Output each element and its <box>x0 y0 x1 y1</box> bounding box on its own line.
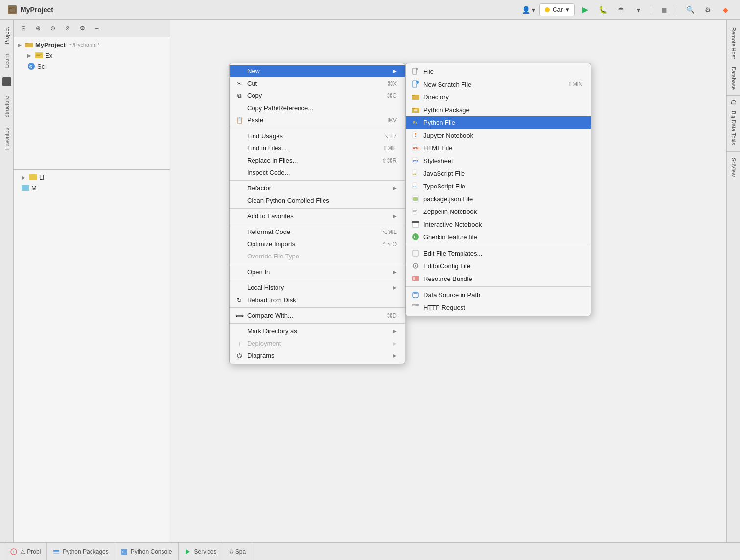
python-package-icon <box>412 106 419 114</box>
menu-item-reformat[interactable]: Reformat Code ⌥⌘L <box>230 226 405 238</box>
status-python-console[interactable]: >_ Python Console <box>115 543 179 560</box>
sub-menu-item-editorconfig[interactable]: EditorConfig File <box>406 259 591 272</box>
sub-menu-item-typescript[interactable]: TS TypeScript File <box>406 180 591 192</box>
panel-btn2[interactable]: ⊕ <box>32 23 44 34</box>
sub-menu-item-zeppelin[interactable]: Zeppelin Notebook <box>406 205 591 218</box>
project-tree: ▶ MyProject ~/PycharmP ▶ Ex ⚙ Sc ▶ Li <box>14 37 170 542</box>
menu-item-mark-dir[interactable]: Mark Directory as ▶ <box>230 325 405 337</box>
menu-item-favorites[interactable]: Add to Favorites ▶ <box>230 210 405 222</box>
sub-menu-item-directory[interactable]: Directory <box>406 91 591 103</box>
panel-btn3[interactable]: ⊜ <box>47 23 59 34</box>
sub-menu-item-stylesheet[interactable]: CSS Stylesheet <box>406 154 591 167</box>
menu-item-refactor[interactable]: Refactor ▶ <box>230 182 405 194</box>
status-python-packages[interactable]: Python Packages <box>47 543 115 560</box>
sub-menu-label-scratch: New Scratch File <box>423 81 471 88</box>
svg-rect-1 <box>9 8 12 9</box>
menu-item-find-files[interactable]: Find in Files... ⇧⌘F <box>230 142 405 154</box>
sub-menu-item-package-json[interactable]: package.json File <box>406 192 591 205</box>
panel-layout-btn[interactable]: ⊟ <box>18 23 29 34</box>
sidebar-item-project[interactable]: Project <box>2 23 12 48</box>
css-icon: CSS <box>412 157 419 164</box>
debug-button[interactable]: 🐛 <box>596 3 610 17</box>
resource-icon <box>412 275 419 282</box>
sub-menu-item-jupyter[interactable]: Jupyter Notebook <box>406 129 591 141</box>
status-spa[interactable]: ✩ Spa <box>223 543 253 560</box>
menu-item-copy-path[interactable]: Copy Path/Reference... <box>230 102 405 114</box>
module-icon-sc: ⚙ <box>27 62 35 70</box>
tree-item-li[interactable]: ▶ Li <box>14 172 170 183</box>
sidebar-item-learn[interactable]: Learn <box>2 50 12 71</box>
panel-btn4[interactable]: ⊗ <box>62 23 73 34</box>
sidebar-item-icon[interactable] <box>2 77 11 86</box>
run-button[interactable]: ▶ <box>578 3 592 17</box>
menu-item-compare[interactable]: ⟺ Compare With... ⌘D <box>230 309 405 322</box>
sub-menu-label-typescript: TypeScript File <box>423 183 465 190</box>
stop-button[interactable]: ◼ <box>657 3 671 17</box>
sub-menu-item-javascript[interactable]: JS JavaScript File <box>406 167 591 180</box>
sub-menu-item-html[interactable]: HTML HTML File <box>406 141 591 154</box>
status-services[interactable]: Services <box>179 543 223 560</box>
menu-item-diagrams[interactable]: ⌬ Diagrams ▶ <box>230 350 405 362</box>
menu-item-reload[interactable]: ↻ Reload from Disk <box>230 294 405 306</box>
settings-button[interactable]: ⚙ <box>701 3 715 17</box>
panel-settings-btn[interactable]: ⚙ <box>76 23 88 34</box>
right-separator2 <box>727 151 740 152</box>
sub-menu-item-python-package[interactable]: Python Package <box>406 103 591 116</box>
menu-item-replace[interactable]: Replace in Files... ⇧⌘R <box>230 154 405 166</box>
find-usages-shortcut: ⌥F7 <box>383 133 397 140</box>
sub-menu-item-interactive[interactable]: Interactive Notebook <box>406 218 591 231</box>
menu-label-compare: Compare With... <box>247 312 293 319</box>
sub-menu-label-python-file: Python File <box>423 119 455 126</box>
sub-menu-item-python-file[interactable]: Py Python File <box>406 116 591 129</box>
run-config-arrow: ▾ <box>566 6 569 13</box>
sidebar-item-favorites[interactable]: Favorites <box>2 124 12 154</box>
menu-label-open-in: Open In <box>247 268 270 276</box>
cut-icon: ✂ <box>235 80 243 87</box>
sub-menu-item-gherkin[interactable]: G Gherkin feature file <box>406 231 591 243</box>
menu-label-refactor: Refactor <box>247 185 271 192</box>
sidebar-item-D[interactable]: D <box>730 100 738 105</box>
run-config-button[interactable]: Car ▾ <box>539 3 575 16</box>
profile-button[interactable]: 👤 ▾ <box>522 3 535 17</box>
panel-close-btn[interactable]: – <box>91 23 103 34</box>
menu-item-find-usages[interactable]: Find Usages ⌥F7 <box>230 130 405 142</box>
tree-item-ex[interactable]: ▶ Ex <box>14 50 170 61</box>
directory-icon <box>412 93 419 101</box>
menu-item-local-history[interactable]: Local History ▶ <box>230 281 405 294</box>
more-run-button[interactable]: ▾ <box>631 3 645 17</box>
menu-item-copy[interactable]: ⧉ Copy ⌘C <box>230 90 405 102</box>
sub-menu-label-package-json: package.json File <box>423 195 473 203</box>
status-python-packages-label: Python Packages <box>63 548 108 555</box>
sub-menu-item-edit-templates[interactable]: Edit File Templates... <box>406 247 591 259</box>
sub-menu-item-file[interactable]: File <box>406 65 591 78</box>
sidebar-item-sciview[interactable]: SciView <box>729 154 739 181</box>
sub-menu-item-scratch[interactable]: i New Scratch File ⇧⌘N <box>406 78 591 91</box>
sub-menu-label-python-package: Python Package <box>423 106 470 114</box>
menu-item-cut[interactable]: ✂ Cut ⌘X <box>230 77 405 90</box>
menu-item-paste[interactable]: 📋 Paste ⌘V <box>230 114 405 126</box>
jetbrains-button[interactable]: ◆ <box>718 3 732 17</box>
tree-item-sc[interactable]: ⚙ Sc <box>14 61 170 71</box>
sub-menu-item-resource[interactable]: Resource Bundle <box>406 272 591 285</box>
coverage-button[interactable]: ☂ <box>614 3 627 17</box>
menu-item-optimize[interactable]: Optimize Imports ^⌥O <box>230 238 405 250</box>
copy-icon: ⧉ <box>235 93 243 99</box>
tree-item-myproject[interactable]: ▶ MyProject ~/PycharmP <box>14 39 170 50</box>
svg-text:!: ! <box>13 550 14 554</box>
status-problems-label: ⚠ Probl <box>20 548 41 555</box>
sidebar-item-database[interactable]: Database <box>729 63 739 93</box>
sidebar-item-remote-host[interactable]: Remote Host <box>729 23 739 63</box>
search-button[interactable]: 🔍 <box>683 3 697 17</box>
menu-item-new[interactable]: New ▶ <box>230 65 405 77</box>
menu-item-clean[interactable]: Clean Python Compiled Files <box>230 194 405 207</box>
sidebar-item-big-data-tools[interactable]: Big Data Tools <box>729 107 739 149</box>
svg-text:>_: >_ <box>122 550 126 554</box>
sub-menu-item-datasource[interactable]: Data Source in Path <box>406 288 591 301</box>
menu-item-inspect[interactable]: Inspect Code... <box>230 166 405 179</box>
sub-menu-item-http[interactable]: API HTTP Request <box>406 301 591 314</box>
tree-item-m[interactable]: M <box>14 183 170 193</box>
menu-item-open-in[interactable]: Open In ▶ <box>230 266 405 278</box>
status-problems[interactable]: ! ⚠ Probl <box>4 543 47 560</box>
main-layout: Project Learn Structure Favorites ⊟ ⊕ ⊜ … <box>0 20 740 542</box>
sidebar-item-structure[interactable]: Structure <box>2 92 12 122</box>
